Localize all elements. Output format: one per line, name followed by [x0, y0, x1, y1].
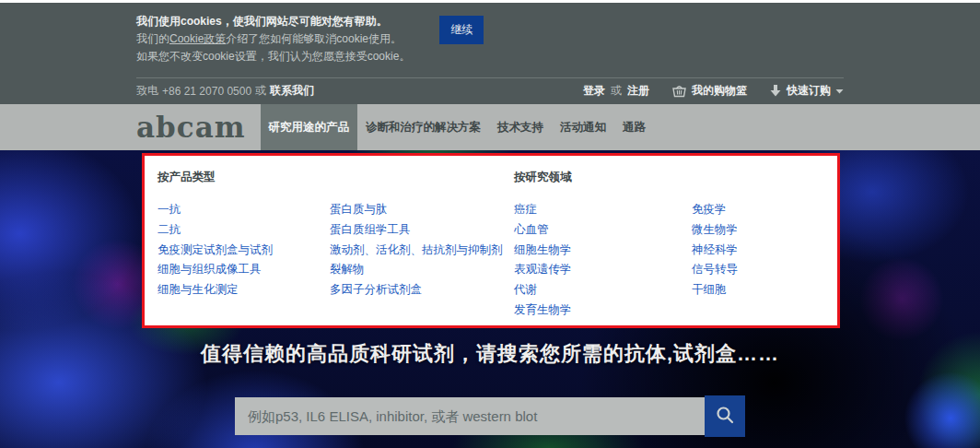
quick-order-label: 快速订购 — [787, 83, 831, 99]
abcam-logo[interactable]: abcam — [136, 104, 246, 150]
contact-us-link[interactable]: 联系我们 — [270, 83, 314, 99]
quick-order-group[interactable]: 快速订购 — [769, 83, 844, 99]
caret-down-icon — [835, 88, 844, 94]
nav-item-events[interactable]: 活动通知 — [552, 104, 614, 150]
menu-title-product-type: 按产品类型 — [158, 170, 514, 185]
menu-link-neuroscience[interactable]: 神经科学 — [692, 243, 738, 256]
cookie-line-2-prefix: 我们的 — [136, 32, 169, 45]
menu-link-immunology[interactable]: 免疫学 — [692, 203, 727, 216]
search-bar — [235, 395, 745, 437]
login-link[interactable]: 登录 — [583, 83, 605, 99]
search-input[interactable] — [235, 397, 705, 435]
search-button[interactable] — [705, 395, 745, 437]
cookie-continue-button[interactable]: 继续 — [439, 16, 484, 44]
menu-link-cell-biology[interactable]: 细胞生物学 — [514, 243, 572, 256]
menu-link-proteins-peptides[interactable]: 蛋白质与肽 — [330, 203, 388, 216]
cookie-line-3: 如果您不改变cookie设置，我们认为您愿意接受cookie。 — [136, 48, 410, 65]
menu-link-cell-biochemical-assays[interactable]: 细胞与生化测定 — [158, 283, 239, 296]
hero-heading: 值得信赖的高品质科研试剂，请搜索您所需的抗体,试剂盒…… — [0, 340, 980, 368]
menu-link-secondary-antibodies[interactable]: 二抗 — [158, 223, 181, 236]
product-column-2: 蛋白质与肽 蛋白质组学工具 激动剂、活化剂、拮抗剂与抑制剂 裂解物 多因子分析试… — [330, 200, 514, 301]
menu-link-proteomics-tools[interactable]: 蛋白质组学工具 — [330, 223, 411, 236]
menu-link-multiplex-kits[interactable]: 多因子分析试剂盒 — [330, 283, 422, 296]
menu-link-cell-tissue-imaging[interactable]: 细胞与组织成像工具 — [158, 263, 262, 276]
page: 我们使用cookies，使我们网站尽可能对您有帮助。 我们的Cookie政策介绍… — [0, 0, 980, 448]
menu-link-developmental-biology[interactable]: 发育生物学 — [514, 303, 572, 316]
cookie-line-2-suffix: 介绍了您如何能够取消cookie使用。 — [226, 32, 402, 45]
or-word-2: 或 — [611, 83, 622, 99]
menu-title-research-area: 按研究领域 — [514, 170, 837, 185]
nav-item-tech-support[interactable]: 技术支持 — [489, 104, 552, 150]
research-column-1: 癌症 心血管 细胞生物学 表观遗传学 代谢 发育生物学 — [514, 200, 692, 321]
top-dark-section: 我们使用cookies，使我们网站尽可能对您有帮助。 我们的Cookie政策介绍… — [0, 3, 980, 104]
contact-info: 致电 +86 21 2070 0500 或 联系我们 — [136, 83, 314, 99]
menu-link-cardiovascular[interactable]: 心血管 — [514, 223, 549, 236]
nav-item-diagnostic-solutions[interactable]: 诊断和治疗的解决方案 — [357, 104, 489, 150]
cookie-banner: 我们使用cookies，使我们网站尽可能对您有帮助。 我们的Cookie政策介绍… — [136, 3, 844, 77]
menu-section-research-area: 按研究领域 癌症 心血管 细胞生物学 表观遗传学 代谢 发育生物学 免疫学 微生… — [514, 170, 837, 325]
utility-bar: 致电 +86 21 2070 0500 或 联系我们 登录 或 注册 — [136, 78, 844, 103]
or-word: 或 — [255, 83, 266, 99]
nav-item-research-products[interactable]: 研究用途的产品 — [261, 104, 358, 150]
search-icon — [715, 405, 735, 428]
download-arrow-icon — [769, 84, 782, 98]
menu-link-agonists-inhibitors[interactable]: 激动剂、活化剂、拮抗剂与抑制剂 — [330, 243, 503, 256]
menu-link-primary-antibodies[interactable]: 一抗 — [158, 203, 181, 216]
main-nav-bar: abcam 研究用途的产品 诊断和治疗的解决方案 技术支持 活动通知 通路 — [0, 104, 980, 150]
basket-label: 我的购物篮 — [692, 83, 747, 99]
register-link[interactable]: 注册 — [627, 83, 649, 99]
cookie-policy-link[interactable]: Cookie政策 — [169, 32, 226, 45]
menu-link-cancer[interactable]: 癌症 — [514, 203, 537, 216]
account-links: 登录 或 注册 我的购物篮 — [583, 83, 844, 99]
menu-link-epigenetics[interactable]: 表观遗传学 — [514, 263, 572, 276]
cookie-text: 我们使用cookies，使我们网站尽可能对您有帮助。 我们的Cookie政策介绍… — [136, 13, 410, 65]
mega-menu-panel: 按产品类型 一抗 二抗 免疫测定试剂盒与试剂 细胞与组织成像工具 细胞与生化测定… — [142, 153, 840, 328]
menu-link-immunoassay-kits[interactable]: 免疫测定试剂盒与试剂 — [158, 243, 273, 256]
product-column-1: 一抗 二抗 免疫测定试剂盒与试剂 细胞与组织成像工具 细胞与生化测定 — [158, 200, 330, 301]
menu-link-metabolism[interactable]: 代谢 — [514, 283, 537, 296]
cookie-line-1: 我们使用cookies，使我们网站尽可能对您有帮助。 — [136, 13, 410, 30]
cookie-line-2: 我们的Cookie政策介绍了您如何能够取消cookie使用。 — [136, 30, 410, 48]
menu-link-stem-cells[interactable]: 干细胞 — [692, 283, 727, 296]
menu-link-microbiology[interactable]: 微生物学 — [692, 223, 738, 236]
hero-section: 按产品类型 一抗 二抗 免疫测定试剂盒与试剂 细胞与组织成像工具 细胞与生化测定… — [0, 150, 980, 448]
phone-number: +86 21 2070 0500 — [162, 85, 251, 98]
research-column-2: 免疫学 微生物学 神经科学 信号转导 干细胞 — [692, 200, 830, 321]
nav-item-pathways[interactable]: 通路 — [614, 104, 654, 150]
menu-section-product-type: 按产品类型 一抗 二抗 免疫测定试剂盒与试剂 细胞与组织成像工具 细胞与生化测定… — [158, 170, 514, 325]
menu-link-signal-transduction[interactable]: 信号转导 — [692, 263, 738, 276]
nav-items: 研究用途的产品 诊断和治疗的解决方案 技术支持 活动通知 通路 — [261, 104, 655, 150]
basket-icon — [671, 84, 687, 98]
menu-link-lysates[interactable]: 裂解物 — [330, 263, 365, 276]
basket-group[interactable]: 我的购物篮 — [671, 83, 747, 99]
call-prefix: 致电 — [136, 83, 158, 99]
